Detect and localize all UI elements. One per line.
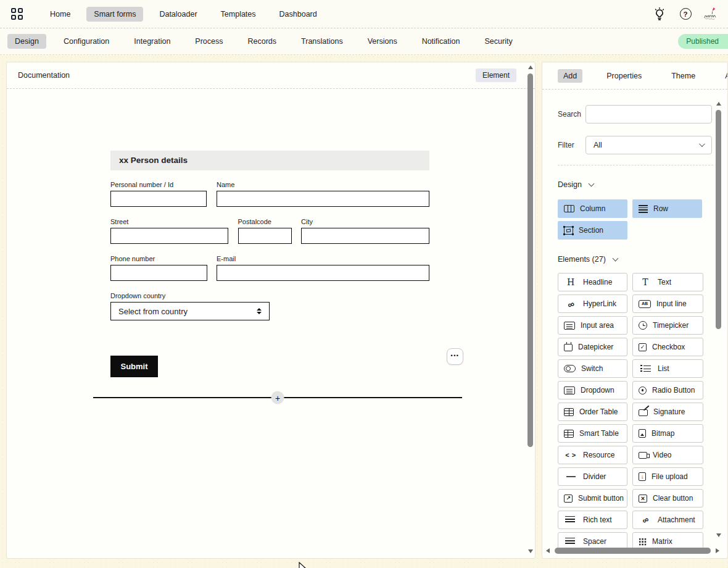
filter-select[interactable]: All [585,136,712,154]
switch-button[interactable]: Switch [558,359,627,378]
tab-configuration[interactable]: Configuration [56,34,117,49]
canvas-vertical-scrollbar[interactable] [527,65,534,553]
rich-text-button[interactable]: Rich text [558,511,627,529]
column-button[interactable]: Column [558,199,627,218]
element-button[interactable]: Element [476,69,516,82]
street-label: Street [110,218,228,225]
file-upload-button[interactable]: File upload [632,467,703,486]
tab-add[interactable]: Add [558,69,582,83]
scroll-down-arrow-icon[interactable] [528,549,533,553]
scroll-up-arrow-icon[interactable] [528,65,533,69]
text-icon [639,277,652,287]
country-dropdown-value: Select from country [118,307,188,316]
attachment-button[interactable]: Attachment [632,511,703,529]
checkbox-button[interactable]: Checkbox [632,338,703,356]
section-button[interactable]: Section [558,221,627,240]
clear-button-icon [639,495,647,503]
scroll-left-arrow-icon[interactable] [546,548,550,553]
element-label: Timepicker [653,321,689,330]
tab-translations[interactable]: Translations [294,34,350,49]
bitmap-button[interactable]: Bitmap [632,424,703,443]
bitmap-icon [639,429,646,438]
element-label: Order Table [579,407,618,416]
dropdown-button[interactable]: Dropdown [558,381,627,399]
input-line-button[interactable]: Input line [632,294,703,313]
element-label: Submit button [578,494,624,503]
filter-select-value: All [594,141,602,149]
add-row-button[interactable]: + [271,391,284,404]
list-button[interactable]: List [632,359,703,378]
more-options-button[interactable]: ••• [447,348,463,365]
hyperlink-button[interactable]: HyperLink [558,294,627,313]
chevron-down-icon [699,141,705,147]
element-label: Attachment [658,516,695,524]
postalcode-field[interactable] [238,228,292,244]
headline-icon [564,277,577,287]
submit-button-button[interactable]: Submit button [558,489,627,507]
help-icon[interactable]: ? [677,6,693,22]
street-field[interactable] [110,228,228,244]
canvas-title: Documentation [18,71,70,80]
datepicker-button[interactable]: Datepicker [558,338,627,356]
divider-icon [564,472,577,482]
city-field[interactable] [301,228,429,244]
row-button[interactable]: Row [632,199,702,218]
lightbulb-icon[interactable] [651,6,668,22]
tab-process[interactable]: Process [188,34,230,49]
element-label: Switch [581,364,603,373]
tab-properties[interactable]: Properties [601,69,647,83]
nav-item-dataloader[interactable]: Dataloader [152,7,204,22]
smart-table-button[interactable]: Smart Table [558,424,627,443]
nav-item-home[interactable]: Home [43,7,78,22]
element-label: Resource [583,451,614,459]
nav-item-smart-forms[interactable]: Smart forms [86,7,143,22]
design-group-header[interactable]: Design [558,180,727,189]
sidebar-horizontal-scrollbar[interactable] [546,547,719,554]
divider-button[interactable]: Divider [558,467,627,486]
resource-button[interactable]: Resource [558,446,627,464]
tab-actions[interactable]: Actions [719,69,728,83]
column-icon [564,205,574,212]
name-label: Name [217,181,429,188]
input-area-button[interactable]: Input area [558,316,627,335]
search-input[interactable] [585,105,712,123]
sidebar-hscroll-thumb[interactable] [555,548,711,554]
sidebar-scroll-thumb[interactable] [716,110,721,329]
form-preview: xx Person details Personal number / Id N… [110,151,429,377]
canvas-scroll-thumb[interactable] [527,73,533,447]
text-button[interactable]: Text [632,273,703,291]
tab-theme[interactable]: Theme [666,69,701,83]
personal-number-field[interactable] [110,191,207,207]
form-section-nav: Design Configuration Integration Process… [0,28,728,55]
scroll-down-arrow-icon[interactable] [716,533,721,537]
apps-grid-icon[interactable] [11,8,23,20]
email-field[interactable] [217,265,429,281]
element-label: Divider [583,472,606,481]
clear-button-button[interactable]: Clear button [632,489,703,507]
updown-chevrons-icon [257,308,262,314]
order-table-button[interactable]: Order Table [558,403,627,421]
tab-records[interactable]: Records [241,34,284,49]
phone-field[interactable] [110,265,207,281]
tab-integration[interactable]: Integration [126,34,178,49]
tab-notification[interactable]: Notification [415,34,468,49]
name-field[interactable] [217,191,429,207]
scroll-up-arrow-icon[interactable] [716,102,721,106]
submit-button[interactable]: Submit [110,356,158,377]
video-button[interactable]: Video [632,446,703,464]
nav-item-templates[interactable]: Templates [213,7,263,22]
radio-button-button[interactable]: Radio Button [632,381,703,399]
country-dropdown[interactable]: Select from country [110,302,270,320]
tab-security[interactable]: Security [477,34,519,49]
scroll-right-arrow-icon[interactable] [716,548,719,553]
signature-button[interactable]: Signature [632,403,703,421]
postalcode-label: Postalcode [238,218,292,225]
tab-versions[interactable]: Versions [360,34,405,49]
sidebar-vertical-scrollbar[interactable] [716,102,722,537]
timepicker-button[interactable]: Timepicker [632,316,703,335]
elements-group-header[interactable]: Elements (27) [558,255,727,264]
headline-button[interactable]: Headline [558,273,627,291]
design-group-label: Design [558,180,582,189]
nav-item-dashboard[interactable]: Dashboard [272,7,325,22]
tab-design[interactable]: Design [7,34,46,49]
